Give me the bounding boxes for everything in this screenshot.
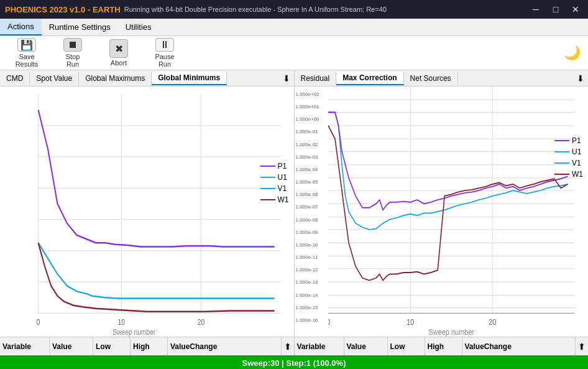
y-label-em4: 1.000e-04 [296,167,327,172]
left-pin-icon[interactable]: ⬇ [279,72,294,85]
legend-w1-label: W1 [278,195,289,204]
r-legend-w1-label: W1 [572,170,583,179]
r-legend-v1: V1 [554,159,583,167]
col-value-left: Value [50,337,93,355]
legend-u1-label: U1 [278,173,287,182]
abort-label: Abort [111,59,127,67]
col-variable-left: Variable [0,337,50,355]
y-label-em7: 1.000e-07 [296,204,327,210]
y-label-e1: 1.000e+01 [296,104,327,110]
main-area: CMD Spot Value Global Maximums Global Mi… [0,70,588,337]
tab-net-sources[interactable]: Net Sources [404,72,458,85]
stop-label: StopRun [66,53,80,68]
y-label-em2: 1.000e-02 [296,142,327,147]
right-table-expand[interactable]: ⬆ [576,342,588,352]
right-panel: Residual Max Correction Net Sources ⬇ 1.… [295,70,589,337]
tab-global-maximums[interactable]: Global Maximums [79,72,152,85]
stop-icon: ⏹ [63,38,82,52]
save-label: SaveResults [16,53,39,68]
pause-label: PauseRun [155,53,174,68]
window-controls: ─ □ ✕ [528,2,583,17]
close-button[interactable]: ✕ [568,2,583,17]
legend-u1: U1 [260,173,289,182]
y-label-em3: 1.000e-03 [296,154,327,160]
col-high-right: High [425,337,462,355]
tab-residual[interactable]: Residual [295,72,337,85]
svg-text:20: 20 [198,318,204,326]
r-legend-w1: W1 [554,170,583,179]
menu-actions[interactable]: Actions [0,19,42,35]
y-label-em8: 1.000e-08 [296,217,327,223]
y-label-e2: 1.000e+02 [296,91,327,97]
app-subtitle: Running with 64-bit Double Precision exe… [124,6,387,13]
y-label-em13: 1.000e-13 [296,279,327,285]
legend-v1-label: V1 [278,184,287,193]
svg-text:Sweep number: Sweep number [428,328,474,337]
col-valuechange-left: ValueChange [168,337,282,355]
tab-cmd[interactable]: CMD [0,72,30,85]
y-label-em9: 1.000e-09 [296,230,327,235]
svg-text:0: 0 [37,318,40,326]
menu-utilities[interactable]: Utilities [118,19,159,35]
left-chart-legend: P1 U1 V1 W1 [260,162,289,207]
menu-bar: Actions Runtime Settings Utilities [0,19,588,36]
col-valuechange-right: ValueChange [462,337,576,355]
pause-icon: ⏸ [155,38,174,52]
app-logo: PHOENICS 2023 v1.0 - EARTH [5,5,121,14]
col-low-left: Low [93,337,131,355]
left-tab-bar: CMD Spot Value Global Maximums Global Mi… [0,70,294,86]
right-tab-bar: Residual Max Correction Net Sources ⬇ [295,70,589,86]
y-label-em11: 1.000e-11 [296,255,327,260]
tab-spot-value[interactable]: Spot Value [30,72,79,85]
svg-text:20: 20 [489,317,497,327]
pause-run-button[interactable]: ⏸ PauseRun [143,38,186,68]
y-label-em10: 1.000e-10 [296,242,327,248]
abort-icon: ✖ [109,39,128,58]
right-chart-area: 1.000e+02 1.000e+01 1.000e+00 1.000e-01 … [295,86,589,337]
y-label-em15: 1.000e-15 [296,305,327,311]
stop-run-button[interactable]: ⏹ StopRun [51,38,94,68]
y-label-em5: 1.000e-05 [296,179,327,185]
left-chart-area: 0 10 20 Sweep number P1 U1 [0,86,294,337]
bottom-bar: Variable Value Low High ValueChange ⬆ Va… [0,337,588,355]
y-label-em16: 1.000e-16 [296,317,327,323]
abort-button[interactable]: ✖ Abort [97,38,140,68]
legend-v1: V1 [260,184,289,193]
y-label-em14: 1.000e-14 [296,292,327,298]
tab-max-correction[interactable]: Max Correction [336,72,403,85]
left-panel: CMD Spot Value Global Maximums Global Mi… [0,70,295,337]
dark-mode-button[interactable]: 🌙 [561,42,583,64]
r-legend-v1-label: V1 [572,159,581,167]
r-legend-u1: U1 [554,147,583,156]
left-table-expand[interactable]: ⬆ [282,342,294,352]
maximize-button[interactable]: □ [548,2,563,17]
right-pin-icon[interactable]: ⬇ [573,72,588,85]
minimize-button[interactable]: ─ [528,2,543,17]
left-table-header: Variable Value Low High ValueChange ⬆ [0,337,295,355]
legend-w1: W1 [260,195,289,204]
svg-text:Sweep number: Sweep number [113,329,155,337]
col-low-right: Low [388,337,425,355]
col-value-right: Value [344,337,388,355]
r-legend-p1: P1 [554,136,583,145]
menu-runtime-settings[interactable]: Runtime Settings [42,19,118,35]
legend-p1: P1 [260,162,289,170]
y-label-em1: 1.000e-01 [296,129,327,134]
save-icon: 💾 [17,38,36,52]
right-table-header: Variable Value Low High ValueChange ⬆ [295,337,589,355]
y-label-em6: 1.000e-06 [296,192,327,197]
svg-text:0: 0 [328,317,330,327]
right-chart-svg: 0 10 20 Sweep number [328,86,589,337]
y-axis-labels: 1.000e+02 1.000e+01 1.000e+00 1.000e-01 … [295,86,328,337]
tab-global-minimums[interactable]: Global Minimums [152,72,227,85]
y-label-e0: 1.000e+00 [296,116,327,122]
legend-p1-label: P1 [278,162,287,170]
col-variable-right: Variable [295,337,344,355]
right-chart-legend: P1 U1 V1 W1 [554,136,583,181]
right-chart-inner: 0 10 20 Sweep number P1 [328,86,589,337]
toolbar: 💾 SaveResults ⏹ StopRun ✖ Abort ⏸ PauseR… [0,36,588,70]
svg-text:10: 10 [117,318,124,326]
title-bar: PHOENICS 2023 v1.0 - EARTH Running with … [0,0,588,19]
status-bar: Sweep:30 | Step:1 (100.0%) [0,355,588,369]
save-results-button[interactable]: 💾 SaveResults [5,38,48,68]
